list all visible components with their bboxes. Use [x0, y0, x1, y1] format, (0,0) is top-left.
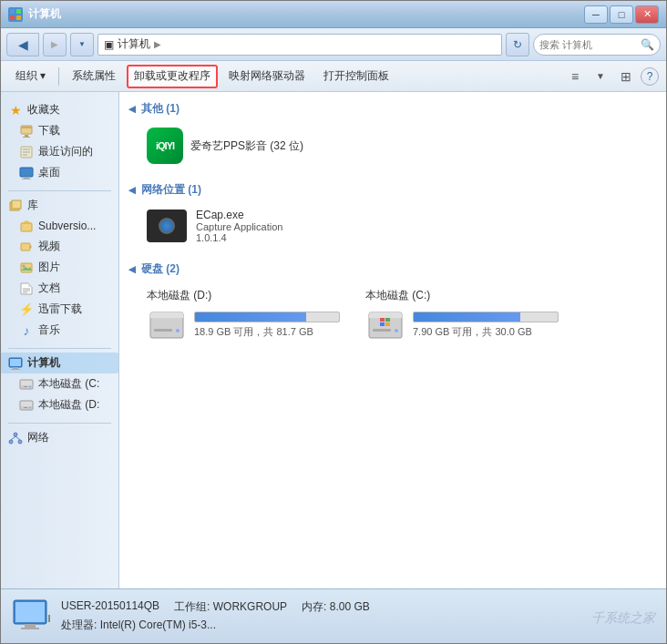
control-panel-button[interactable]: 打开控制面板: [316, 65, 396, 88]
svg-rect-14: [22, 179, 31, 179]
arrow-network[interactable]: ◀: [128, 185, 136, 195]
minimize-button[interactable]: ─: [584, 5, 608, 24]
content-area: ◀ 其他 (1) iQIYI 爱奇艺PPS影音 (32 位) ◀ 网络位置 (1…: [119, 92, 666, 588]
pictures-icon: [19, 261, 34, 275]
close-button[interactable]: ✕: [635, 5, 659, 24]
sidebar-item-pictures[interactable]: 图片: [1, 257, 118, 278]
view-button-1[interactable]: ≡: [564, 66, 586, 87]
recent-locations-button[interactable]: ▼: [70, 33, 94, 56]
svg-rect-61: [15, 602, 45, 622]
svg-point-43: [18, 440, 22, 444]
status-workgroup: 工作组: WORKGROUP: [174, 599, 287, 615]
svg-rect-53: [369, 316, 402, 318]
section-other-label: 其他 (1): [141, 101, 180, 117]
other-items: iQIYI 爱奇艺PPS影音 (32 位): [128, 124, 657, 168]
svg-rect-59: [385, 322, 390, 326]
sidebar-music-label: 音乐: [38, 322, 60, 338]
svg-point-55: [395, 329, 398, 332]
main-layout: ★ 收藏夹 下载: [1, 92, 666, 588]
forward-button[interactable]: ▶: [43, 33, 67, 56]
svg-rect-17: [21, 223, 32, 231]
iqiyi-item[interactable]: iQIYI 爱奇艺PPS影音 (32 位): [143, 124, 307, 168]
status-info: USER-20150114QB 工作组: WORKGROUP 内存: 8.00 …: [61, 599, 370, 633]
sidebar-item-documents[interactable]: 文档: [1, 278, 118, 299]
sidebar-item-desktop[interactable]: 桌面: [1, 162, 118, 183]
address-path[interactable]: ▣ 计算机 ▶: [97, 34, 502, 56]
sidebar-item-local-c[interactable]: 本地磁盘 (C:: [1, 373, 118, 394]
computer-icon: [8, 356, 23, 371]
svg-rect-54: [373, 329, 391, 332]
svg-line-45: [15, 436, 20, 440]
disk-d-item[interactable]: 本地磁盘 (D:): [143, 284, 344, 345]
uninstall-button[interactable]: 卸载或更改程序: [127, 65, 218, 88]
title-bar: 计算机 ─ □ ✕: [1, 1, 666, 28]
computer-large-icon: [12, 597, 52, 637]
window-title: 计算机: [28, 6, 61, 22]
sidebar-local-d-label: 本地磁盘 (D:: [38, 397, 99, 413]
view-dropdown-button[interactable]: ▼: [590, 66, 611, 87]
status-row-2: 处理器: Intel(R) Core(TM) i5-3...: [61, 618, 370, 633]
sidebar-item-videos[interactable]: 视频: [1, 236, 118, 257]
window-controls: ─ □ ✕: [584, 5, 659, 24]
subversion-icon: [19, 219, 34, 233]
organize-button[interactable]: 组织 ▾: [8, 65, 53, 88]
svg-point-36: [29, 385, 31, 387]
arrow-disks[interactable]: ◀: [128, 264, 136, 274]
ecap-info: ECap.exe Capture Application 1.0.1.4: [196, 209, 282, 243]
svg-line-44: [11, 436, 15, 440]
svg-point-22: [23, 264, 26, 267]
disk-d-icon: [147, 309, 187, 342]
disk-d-info: 18.9 GB 可用，共 81.7 GB: [194, 312, 340, 339]
system-props-button[interactable]: 系统属性: [65, 65, 123, 88]
status-row-1: USER-20150114QB 工作组: WORKGROUP 内存: 8.00 …: [61, 599, 370, 615]
disk-d-bar-container: [194, 312, 340, 322]
sidebar-item-favorites-header[interactable]: ★ 收藏夹: [1, 99, 118, 120]
svg-rect-1: [16, 9, 21, 14]
disk-d-name: 本地磁盘 (D:): [147, 288, 211, 303]
sidebar-documents-label: 文档: [38, 281, 60, 296]
search-input[interactable]: [539, 39, 637, 50]
svg-rect-48: [150, 316, 183, 318]
view-button-2[interactable]: ⊞: [615, 66, 637, 87]
status-bar: USER-20150114QB 工作组: WORKGROUP 内存: 8.00 …: [1, 588, 666, 643]
toolbar-right: ≡ ▼ ⊞ ?: [564, 66, 659, 87]
sidebar-item-library-header[interactable]: 库: [1, 195, 118, 216]
sidebar-item-subversion[interactable]: Subversio...: [1, 216, 118, 236]
sidebar-item-network-header[interactable]: 网络: [1, 427, 118, 448]
sidebar-item-computer-header[interactable]: 计算机: [1, 353, 118, 373]
sidebar-thunder-label: 迅雷下载: [38, 302, 82, 317]
sidebar-divider-1: [8, 190, 111, 191]
ecap-item[interactable]: ECap.exe Capture Application 1.0.1.4: [143, 205, 286, 247]
sidebar-item-thunder[interactable]: ⚡ 迅雷下载: [1, 299, 118, 320]
section-header-disks: ◀ 硬盘 (2): [128, 261, 657, 277]
map-drive-button[interactable]: 映射网络驱动器: [221, 65, 313, 88]
ecap-version: 1.0.1.4: [196, 232, 282, 243]
sidebar-favorites-label: 收藏夹: [27, 102, 60, 118]
watermark: 千系统之家: [591, 606, 655, 627]
back-button[interactable]: ◀: [6, 33, 39, 56]
sidebar-local-c-label: 本地磁盘 (C:: [38, 376, 99, 392]
disk-c-item[interactable]: 本地磁盘 (C:): [362, 284, 562, 345]
sidebar-section-network: 网络: [1, 427, 118, 448]
help-button[interactable]: ?: [641, 67, 659, 86]
svg-rect-56: [380, 318, 385, 322]
sidebar-item-local-d[interactable]: 本地磁盘 (D:: [1, 394, 118, 415]
sidebar-item-download[interactable]: 下载: [1, 120, 118, 141]
svg-rect-58: [380, 322, 385, 326]
arrow-other[interactable]: ◀: [128, 104, 136, 114]
maximize-button[interactable]: □: [610, 5, 633, 24]
window: 计算机 ─ □ ✕ ◀ ▶ ▼ ▣ 计算机 ▶ ↻ 🔍 组织 ▾ 系统属性 卸载…: [0, 0, 667, 644]
sidebar-item-music[interactable]: ♪ 音乐: [1, 320, 118, 341]
sidebar-section-computer: 计算机 本地磁盘 (C:: [1, 353, 118, 415]
refresh-button[interactable]: ↻: [506, 33, 529, 56]
svg-rect-35: [24, 386, 27, 387]
search-box[interactable]: 🔍: [533, 34, 661, 56]
network-icon: [8, 431, 23, 445]
thunder-icon: ⚡: [19, 302, 34, 317]
sidebar-divider-2: [8, 348, 111, 349]
status-username: USER-20150114QB: [61, 599, 159, 615]
sidebar-item-recent[interactable]: 最近访问的: [1, 141, 118, 162]
title-bar-left: 计算机: [8, 6, 61, 22]
status-memory: 内存: 8.00 GB: [302, 599, 370, 615]
sidebar-network-label: 网络: [27, 430, 49, 445]
